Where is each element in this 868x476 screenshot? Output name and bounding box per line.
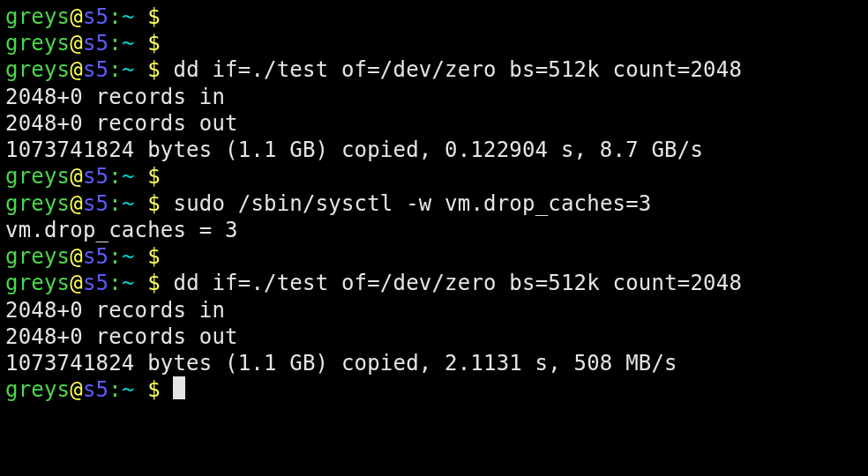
prompt-cwd: ~ <box>122 377 135 402</box>
prompt-colon: : <box>108 271 122 295</box>
prompt-dollar: $ <box>135 191 174 216</box>
output-text: 2048+0 records out <box>5 111 238 136</box>
prompt-user: greys <box>5 4 70 29</box>
terminal-prompt-line: greys@s5:~ $ <box>5 4 863 30</box>
terminal-prompt-line: greys@s5:~ $ <box>5 163 863 190</box>
prompt-colon: : <box>108 31 122 56</box>
prompt-user: greys <box>5 244 70 269</box>
output-text: 1073741824 bytes (1.1 GB) copied, 2.1131… <box>5 351 677 376</box>
prompt-at: @ <box>70 57 83 82</box>
prompt-cwd: ~ <box>122 244 135 269</box>
prompt-colon: : <box>108 57 122 82</box>
prompt-cwd: ~ <box>122 164 135 189</box>
command-text: dd if=./test of=/dev/zero bs=512k count=… <box>173 57 742 82</box>
prompt-host: s5 <box>83 57 108 82</box>
prompt-cwd: ~ <box>122 191 135 216</box>
command-text: sudo /sbin/sysctl -w vm.drop_caches=3 <box>173 191 651 216</box>
prompt-host: s5 <box>83 377 108 402</box>
prompt-user: greys <box>5 191 70 216</box>
prompt-user: greys <box>5 271 70 295</box>
terminal-prompt-line: greys@s5:~ $ dd if=./test of=/dev/zero b… <box>5 270 863 296</box>
terminal-output-line: vm.drop_caches = 3 <box>5 217 863 243</box>
terminal-output-line: 2048+0 records out <box>5 324 863 350</box>
prompt-dollar: $ <box>135 377 174 402</box>
prompt-user: greys <box>5 31 70 56</box>
prompt-colon: : <box>108 4 122 29</box>
prompt-user: greys <box>5 164 70 189</box>
prompt-user: greys <box>5 377 70 402</box>
prompt-host: s5 <box>83 31 108 56</box>
prompt-at: @ <box>70 271 83 295</box>
output-text: 1073741824 bytes (1.1 GB) copied, 0.1229… <box>5 138 703 162</box>
cursor[interactable] <box>173 376 185 399</box>
prompt-cwd: ~ <box>122 31 135 56</box>
prompt-dollar: $ <box>135 31 174 56</box>
terminal-output-line: 2048+0 records out <box>5 110 863 137</box>
terminal-output-line: 2048+0 records in <box>5 297 863 324</box>
output-text: 2048+0 records in <box>5 85 225 109</box>
prompt-user: greys <box>5 57 70 82</box>
output-text: 2048+0 records out <box>5 324 238 349</box>
prompt-at: @ <box>70 244 83 269</box>
prompt-host: s5 <box>83 244 108 269</box>
terminal-prompt-line: greys@s5:~ $ sudo /sbin/sysctl -w vm.dro… <box>5 190 863 217</box>
prompt-cwd: ~ <box>122 4 135 29</box>
prompt-at: @ <box>70 164 83 189</box>
prompt-host: s5 <box>83 191 108 216</box>
prompt-colon: : <box>108 244 122 269</box>
prompt-dollar: $ <box>135 164 174 189</box>
prompt-cwd: ~ <box>122 57 135 82</box>
terminal-prompt-line: greys@s5:~ $ <box>5 30 863 56</box>
terminal-prompt-line: greys@s5:~ $ <box>5 376 863 403</box>
terminal-prompt-line: greys@s5:~ $ <box>5 243 863 270</box>
prompt-at: @ <box>70 4 83 29</box>
terminal-prompt-line: greys@s5:~ $ dd if=./test of=/dev/zero b… <box>5 56 863 83</box>
prompt-at: @ <box>70 31 83 56</box>
prompt-colon: : <box>108 164 122 189</box>
prompt-host: s5 <box>83 271 108 295</box>
prompt-dollar: $ <box>135 244 174 269</box>
terminal-output-line: 1073741824 bytes (1.1 GB) copied, 0.1229… <box>5 137 863 163</box>
prompt-dollar: $ <box>135 4 174 29</box>
command-text: dd if=./test of=/dev/zero bs=512k count=… <box>173 271 742 295</box>
prompt-cwd: ~ <box>122 271 135 295</box>
prompt-dollar: $ <box>135 271 174 295</box>
output-text: vm.drop_caches = 3 <box>5 218 238 242</box>
prompt-colon: : <box>108 191 122 216</box>
prompt-host: s5 <box>83 164 108 189</box>
prompt-at: @ <box>70 377 83 402</box>
output-text: 2048+0 records in <box>5 298 225 323</box>
prompt-dollar: $ <box>135 57 174 82</box>
terminal-output-line: 2048+0 records in <box>5 84 863 110</box>
prompt-at: @ <box>70 191 83 216</box>
prompt-colon: : <box>108 377 122 402</box>
prompt-host: s5 <box>83 4 108 29</box>
terminal-output-line: 1073741824 bytes (1.1 GB) copied, 2.1131… <box>5 350 863 376</box>
terminal-window[interactable]: greys@s5:~ $ greys@s5:~ $ greys@s5:~ $ d… <box>0 0 868 407</box>
